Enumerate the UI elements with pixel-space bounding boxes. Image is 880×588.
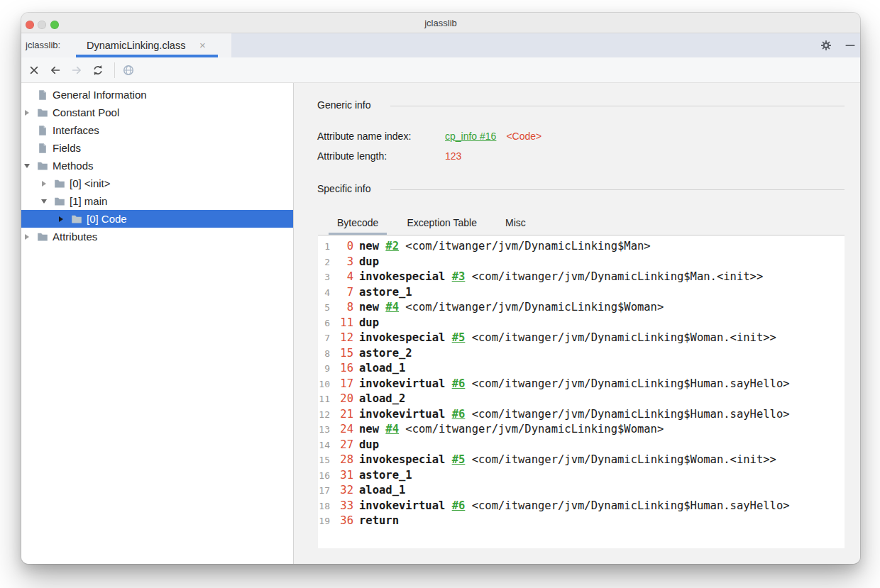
bytecode-instruction: dup — [359, 438, 379, 451]
bytecode-offset: 27 — [330, 438, 353, 451]
bytecode-line: 712invokespecial #5 <com/itwanger/jvm/Dy… — [318, 331, 845, 347]
chevron-expanded-icon[interactable] — [21, 164, 33, 168]
bytecode-instruction: dup — [359, 316, 379, 329]
titlebar[interactable]: jclasslib — [21, 13, 860, 33]
line-number: 6 — [318, 318, 330, 328]
bytecode-offset: 15 — [330, 347, 353, 360]
bytecode-instruction: invokevirtual #6 <com/itwanger/jvm/Dynam… — [359, 499, 790, 512]
chevron-collapsed-icon[interactable] — [21, 110, 33, 116]
bytecode-line: 916aload_1 — [318, 362, 845, 377]
bytecode-instruction: return — [359, 514, 399, 527]
line-number: 1 — [318, 241, 330, 252]
tree-item-label: [0] Code — [87, 213, 127, 225]
bytecode-line: 1936return — [318, 514, 845, 530]
bytecode-line: 1120aload_2 — [318, 392, 845, 408]
bytecode-instruction: invokespecial #5 <com/itwanger/jvm/Dynam… — [359, 453, 776, 466]
constant-pool-ref-link[interactable]: #4 — [385, 423, 399, 436]
tab-close-icon[interactable]: × — [199, 33, 206, 57]
bytecode-instruction: new #4 <com/itwanger/jvm/DynamicLinking$… — [359, 301, 664, 314]
bytecode-line: 34invokespecial #3 <com/itwanger/jvm/Dyn… — [318, 270, 845, 286]
constant-pool-ref-link[interactable]: #5 — [452, 453, 466, 466]
tree-item-constant-pool[interactable]: Constant Pool — [21, 104, 293, 121]
constant-pool-ref-link[interactable]: #5 — [452, 331, 466, 344]
detail-tabs: BytecodeException TableMisc — [318, 213, 845, 235]
window-title: jclasslib — [21, 13, 860, 33]
chevron-collapsed-icon[interactable] — [21, 234, 33, 240]
bytecode-line: 1017invokevirtual #6 <com/itwanger/jvm/D… — [318, 377, 845, 393]
minimize-panel-icon[interactable] — [845, 40, 856, 51]
bytecode-line: 1324new #4 <com/itwanger/jvm/DynamicLink… — [318, 423, 845, 438]
constant-pool-ref-link[interactable]: #6 — [452, 377, 466, 390]
bytecode-offset: 8 — [330, 301, 353, 314]
tab-bytecode[interactable]: Bytecode — [329, 213, 387, 235]
tree-item-0-code[interactable]: [0] Code — [21, 210, 293, 228]
folder-icon — [37, 231, 48, 243]
tab-dynamiclinking[interactable]: DynamicLinking.class × — [76, 33, 220, 57]
tree-item-attributes[interactable]: Attributes — [21, 228, 293, 245]
browser-icon[interactable] — [123, 65, 134, 76]
tree-item-label: General Information — [53, 89, 147, 101]
bytecode-offset: 36 — [330, 514, 353, 527]
line-number: 18 — [318, 501, 330, 511]
tree-item-label: Methods — [53, 160, 94, 172]
document-icon — [37, 143, 48, 154]
line-number: 12 — [318, 409, 330, 420]
constant-pool-ref-link[interactable]: #6 — [452, 408, 466, 421]
tab-exception-table[interactable]: Exception Table — [398, 213, 485, 235]
bytecode-instruction: invokespecial #5 <com/itwanger/jvm/Dynam… — [359, 331, 776, 344]
document-icon — [37, 125, 48, 136]
bytecode-instruction: invokespecial #3 <com/itwanger/jvm/Dynam… — [359, 270, 763, 283]
tree-item-1-main[interactable]: [1] main — [21, 192, 293, 210]
bytecode-offset: 4 — [330, 270, 353, 283]
constant-pool-ref-link[interactable]: #3 — [452, 270, 466, 283]
tree-item-0-init[interactable]: [0] <init> — [21, 174, 293, 192]
chevron-collapsed-icon[interactable] — [38, 181, 50, 187]
refresh-icon[interactable] — [92, 65, 104, 76]
chevron-collapsed-icon[interactable] — [55, 216, 67, 222]
bytecode-offset: 7 — [330, 286, 353, 299]
bytecode-instruction: dup — [359, 255, 379, 268]
toolbar-separator — [114, 62, 115, 78]
line-number: 11 — [318, 394, 330, 404]
constant-pool-ref-link[interactable]: #2 — [385, 240, 399, 253]
tree-item-label: Interfaces — [53, 124, 99, 136]
bytecode-line: 1221invokevirtual #6 <com/itwanger/jvm/D… — [318, 408, 845, 423]
line-number: 9 — [318, 363, 330, 374]
tab-label: DynamicLinking.class — [87, 33, 185, 57]
tabs-prefix-label: jclasslib: — [26, 33, 60, 57]
cp-info-link[interactable]: cp_info #16 — [445, 131, 496, 142]
attribute-length-label: Attribute length: — [317, 150, 445, 162]
line-number: 15 — [318, 455, 330, 465]
bytecode-instruction: aload_1 — [359, 484, 405, 497]
bytecode-instruction: astore_1 — [359, 469, 412, 482]
bytecode-line: 1427dup — [318, 438, 845, 454]
line-number: 16 — [318, 470, 330, 481]
tab-misc[interactable]: Misc — [497, 213, 534, 235]
bytecode-offset: 3 — [330, 255, 353, 268]
chevron-expanded-icon[interactable] — [38, 199, 50, 204]
bytecode-offset: 17 — [330, 377, 353, 390]
attribute-length-row: Attribute length: 123 — [317, 150, 461, 162]
constant-pool-ref-link[interactable]: #6 — [452, 499, 466, 512]
tree-item-interfaces[interactable]: Interfaces — [21, 121, 293, 139]
back-arrow-icon[interactable] — [50, 65, 61, 76]
tree-item-general-information[interactable]: General Information — [21, 86, 293, 104]
close-icon[interactable] — [28, 65, 40, 76]
folder-icon — [37, 107, 48, 118]
bytecode-panel: 10new #2 <com/itwanger/jvm/DynamicLinkin… — [318, 235, 845, 548]
constant-pool-ref-link[interactable]: #4 — [385, 301, 399, 314]
bytecode-instruction: new #4 <com/itwanger/jvm/DynamicLinking$… — [359, 423, 664, 436]
bytecode-offset: 21 — [330, 408, 353, 421]
bytecode-offset: 0 — [330, 240, 353, 253]
attribute-name-index-label: Attribute name index: — [317, 131, 445, 142]
bytecode-line: 1631astore_1 — [318, 469, 845, 484]
tree-item-methods[interactable]: Methods — [21, 157, 293, 174]
tree-item-fields[interactable]: Fields — [21, 139, 293, 157]
bytecode-instruction: new #2 <com/itwanger/jvm/DynamicLinking$… — [359, 240, 651, 253]
forward-arrow-icon[interactable] — [71, 65, 82, 76]
settings-gear-icon[interactable] — [820, 40, 832, 51]
bytecode-line: 1732aload_1 — [318, 484, 845, 499]
folder-icon — [54, 178, 65, 189]
bytecode-instruction: astore_2 — [359, 347, 412, 360]
generic-info-heading: Generic info — [317, 99, 845, 111]
